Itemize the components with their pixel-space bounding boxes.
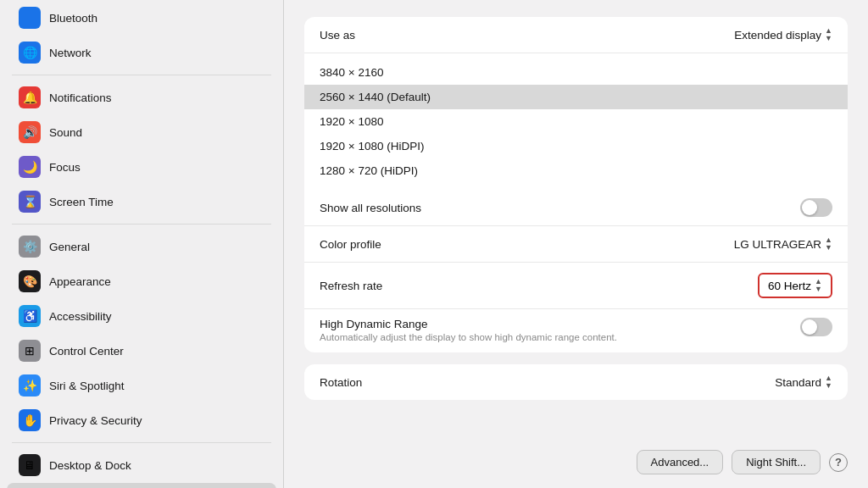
sidebar-label-notifications: Notifications (49, 92, 112, 104)
sidebar-label-control-center: Control Center (49, 345, 124, 358)
rotation-label: Rotation (320, 376, 362, 389)
sidebar-label-general: General (49, 241, 90, 253)
resolution-item-3[interactable]: 1920 × 1080 (HiDPI) (304, 134, 848, 158)
general-icon: ⚙️ (19, 236, 41, 258)
color-profile-stepper-icon: ▲▼ (825, 236, 832, 252)
sidebar-item-sound[interactable]: 🔊Sound (7, 115, 276, 149)
rotation-stepper-icon: ▲▼ (825, 374, 832, 390)
use-as-value[interactable]: Extended display ▲▼ (734, 27, 832, 42)
hdr-section: High Dynamic Range Automatically adjust … (304, 309, 848, 352)
sidebar-item-notifications[interactable]: 🔔Notifications (7, 80, 276, 114)
color-profile-label: Color profile (320, 238, 381, 251)
sidebar-label-network: Network (49, 47, 92, 59)
color-profile-row: Color profile LG ULTRAGEAR ▲▼ (304, 225, 848, 263)
sidebar-item-privacy-security[interactable]: ✋Privacy & Security (7, 403, 276, 437)
rotation-row: Rotation Standard ▲▼ (304, 364, 848, 400)
sidebar-label-bluetooth: Bluetooth (49, 12, 97, 25)
siri-spotlight-icon: ✨ (19, 374, 41, 396)
hdr-label: High Dynamic Range (320, 318, 617, 330)
display-settings-card: Use as Extended display ▲▼ 3840 × 216025… (304, 17, 848, 352)
sidebar-label-screen-time: Screen Time (49, 196, 114, 208)
sidebar-item-control-center[interactable]: ⊞Control Center (7, 334, 276, 368)
sidebar-label-appearance: Appearance (49, 275, 111, 288)
resolution-list: 3840 × 21602560 × 1440 (Default)1920 × 1… (304, 53, 848, 190)
sidebar-label-privacy-security: Privacy & Security (49, 414, 142, 427)
color-profile-value[interactable]: LG ULTRAGEAR ▲▼ (734, 236, 832, 252)
sidebar-item-desktop-dock[interactable]: 🖥Desktop & Dock (7, 448, 276, 482)
focus-icon: 🌙 (19, 156, 41, 178)
resolution-item-4[interactable]: 1280 × 720 (HiDPI) (304, 158, 848, 183)
use-as-row: Use as Extended display ▲▼ (304, 17, 848, 53)
control-center-icon: ⊞ (19, 340, 41, 362)
screen-time-icon: ⌛ (19, 191, 41, 213)
accessibility-icon: ♿ (19, 305, 41, 327)
help-button[interactable]: ? (829, 453, 848, 472)
night-shift-button[interactable]: Night Shift... (732, 450, 821, 474)
refresh-rate-row: Refresh rate 60 Hertz ▲▼ (304, 263, 848, 309)
sidebar-item-siri-spotlight[interactable]: ✨Siri & Spotlight (7, 369, 276, 402)
sidebar: Bluetooth🌐Network🔔Notifications🔊Sound🌙Fo… (0, 0, 284, 488)
resolution-item-2[interactable]: 1920 × 1080 (304, 109, 848, 134)
sidebar-label-siri-spotlight: Siri & Spotlight (49, 380, 125, 392)
rotation-card: Rotation Standard ▲▼ (304, 364, 848, 400)
use-as-stepper-icon: ▲▼ (825, 27, 832, 42)
sidebar-label-sound: Sound (49, 126, 82, 139)
desktop-dock-icon: 🖥 (19, 454, 41, 476)
show-all-label: Show all resolutions (320, 202, 421, 214)
bottom-bar: Advanced... Night Shift... ? (304, 441, 848, 474)
use-as-label: Use as (320, 29, 355, 42)
sidebar-item-screen-time[interactable]: ⌛Screen Time (7, 185, 276, 219)
refresh-rate-stepper[interactable]: 60 Hertz ▲▼ (758, 273, 832, 298)
bluetooth-icon (19, 7, 41, 29)
refresh-rate-stepper-icon: ▲▼ (815, 278, 822, 293)
privacy-security-icon: ✋ (19, 409, 41, 431)
sidebar-item-general[interactable]: ⚙️General (7, 230, 276, 263)
sidebar-label-desktop-dock: Desktop & Dock (49, 459, 131, 472)
advanced-button[interactable]: Advanced... (637, 450, 724, 474)
main-content: Use as Extended display ▲▼ 3840 × 216025… (284, 0, 868, 488)
hdr-toggle[interactable] (800, 318, 832, 336)
toggle-knob (802, 200, 817, 215)
sidebar-label-focus: Focus (49, 161, 81, 174)
sidebar-label-accessibility: Accessibility (49, 310, 112, 323)
sidebar-item-network[interactable]: 🌐Network (7, 36, 276, 69)
appearance-icon: 🎨 (19, 270, 41, 292)
sidebar-item-bluetooth[interactable]: Bluetooth (7, 1, 276, 35)
resolution-item-1[interactable]: 2560 × 1440 (Default) (304, 85, 848, 109)
hdr-sublabel: Automatically adjust the display to show… (320, 332, 617, 342)
show-all-toggle[interactable] (800, 198, 832, 217)
rotation-value[interactable]: Standard ▲▼ (775, 374, 832, 390)
notifications-icon: 🔔 (19, 86, 41, 108)
hdr-text: High Dynamic Range Automatically adjust … (320, 318, 617, 342)
resolution-item-0[interactable]: 3840 × 2160 (304, 60, 848, 85)
show-all-row: Show all resolutions (304, 190, 848, 225)
network-icon: 🌐 (19, 42, 41, 64)
sidebar-item-focus[interactable]: 🌙Focus (7, 150, 276, 184)
sidebar-item-displays[interactable]: 🖥Displays (7, 483, 276, 488)
sound-icon: 🔊 (19, 121, 41, 143)
refresh-rate-label: Refresh rate (320, 280, 382, 292)
hdr-toggle-knob (802, 319, 817, 335)
sidebar-item-appearance[interactable]: 🎨Appearance (7, 264, 276, 298)
sidebar-item-accessibility[interactable]: ♿Accessibility (7, 299, 276, 333)
